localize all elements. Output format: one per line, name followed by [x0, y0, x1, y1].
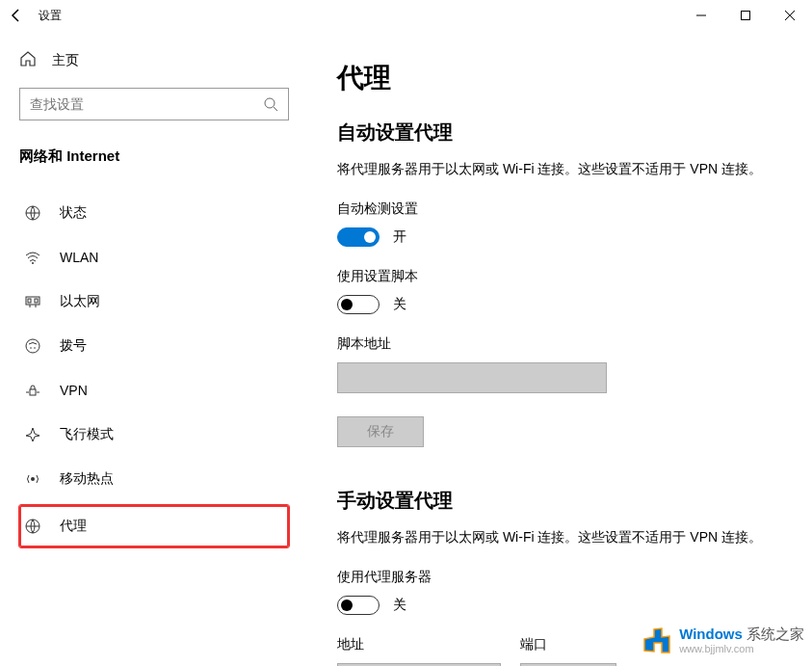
ethernet-icon — [23, 292, 42, 311]
sidebar-item-ethernet[interactable]: 以太网 — [19, 280, 289, 324]
manual-section-title: 手动设置代理 — [337, 488, 773, 514]
sidebar-item-label: 移动热点 — [60, 470, 114, 488]
svg-line-5 — [274, 107, 277, 111]
manual-section-desc: 将代理服务器用于以太网或 Wi-Fi 连接。这些设置不适用于 VPN 连接。 — [337, 527, 773, 547]
port-label: 端口 — [520, 636, 616, 653]
svg-point-15 — [30, 347, 32, 349]
maximize-button[interactable] — [723, 0, 768, 31]
svg-rect-10 — [28, 299, 31, 303]
vpn-icon — [23, 381, 42, 400]
use-proxy-state: 关 — [393, 597, 406, 614]
addr-label: 地址 — [337, 636, 501, 653]
auto-detect-state: 开 — [393, 228, 406, 246]
main-content: 代理 自动设置代理 将代理服务器用于以太网或 Wi-Fi 连接。这些设置不适用于… — [308, 31, 812, 666]
home-link[interactable]: 主页 — [19, 50, 289, 70]
auto-section-desc: 将代理服务器用于以太网或 Wi-Fi 连接。这些设置不适用于 VPN 连接。 — [337, 159, 773, 179]
use-script-label: 使用设置脚本 — [337, 268, 773, 285]
svg-point-8 — [32, 262, 34, 264]
search-field[interactable] — [30, 96, 263, 112]
watermark-brand: Windows 系统之家 — [679, 626, 804, 643]
sidebar-item-status[interactable]: 状态 — [19, 191, 289, 235]
status-icon — [23, 203, 42, 223]
auto-detect-label: 自动检测设置 — [337, 200, 773, 218]
search-icon — [263, 96, 278, 112]
titlebar: 设置 — [0, 0, 812, 31]
proxy-icon — [23, 517, 42, 536]
svg-point-20 — [31, 477, 35, 481]
home-label: 主页 — [52, 52, 79, 69]
sidebar: 主页 网络和 Internet 状态 — [0, 31, 308, 666]
sidebar-item-proxy[interactable]: 代理 — [19, 505, 289, 547]
script-addr-input[interactable] — [337, 362, 607, 393]
svg-rect-1 — [742, 12, 750, 20]
sidebar-item-vpn[interactable]: VPN — [19, 368, 289, 413]
sidebar-item-label: VPN — [60, 383, 88, 398]
category-header: 网络和 Internet — [19, 147, 289, 166]
sidebar-item-label: 以太网 — [60, 293, 100, 310]
svg-rect-17 — [30, 389, 36, 395]
sidebar-item-wlan[interactable]: WLAN — [19, 235, 289, 280]
windows-logo-icon — [639, 624, 673, 658]
back-icon[interactable] — [8, 7, 25, 24]
svg-rect-11 — [35, 299, 38, 303]
use-proxy-toggle[interactable] — [337, 596, 380, 615]
wifi-icon — [23, 248, 42, 267]
svg-point-4 — [265, 98, 275, 108]
sidebar-item-label: 飞行模式 — [60, 426, 114, 443]
page-title: 代理 — [337, 60, 773, 96]
use-script-state: 关 — [393, 296, 406, 313]
hotspot-icon — [23, 469, 42, 489]
save-button[interactable]: 保存 — [337, 416, 424, 447]
sidebar-item-label: WLAN — [60, 250, 98, 265]
sidebar-item-dialup[interactable]: 拨号 — [19, 324, 289, 368]
auto-section-title: 自动设置代理 — [337, 120, 773, 146]
sidebar-item-label: 拨号 — [60, 337, 87, 355]
minimize-button[interactable] — [679, 0, 723, 31]
home-icon — [19, 50, 37, 70]
watermark-url: www.bjjmlv.com — [679, 643, 804, 655]
auto-detect-toggle[interactable] — [337, 227, 380, 247]
script-addr-label: 脚本地址 — [337, 335, 773, 353]
use-proxy-label: 使用代理服务器 — [337, 569, 773, 586]
airplane-icon — [23, 425, 42, 444]
sidebar-item-label: 代理 — [60, 518, 87, 535]
window-title: 设置 — [39, 8, 62, 24]
svg-point-16 — [34, 347, 36, 349]
search-input[interactable] — [19, 88, 289, 120]
svg-point-14 — [26, 339, 39, 353]
dialup-icon — [23, 336, 42, 356]
use-script-toggle[interactable] — [337, 295, 380, 314]
sidebar-item-label: 状态 — [60, 204, 87, 222]
close-button[interactable] — [768, 0, 812, 31]
watermark: Windows 系统之家 www.bjjmlv.com — [639, 624, 804, 658]
sidebar-item-airplane[interactable]: 飞行模式 — [19, 413, 289, 457]
sidebar-item-hotspot[interactable]: 移动热点 — [19, 457, 289, 501]
